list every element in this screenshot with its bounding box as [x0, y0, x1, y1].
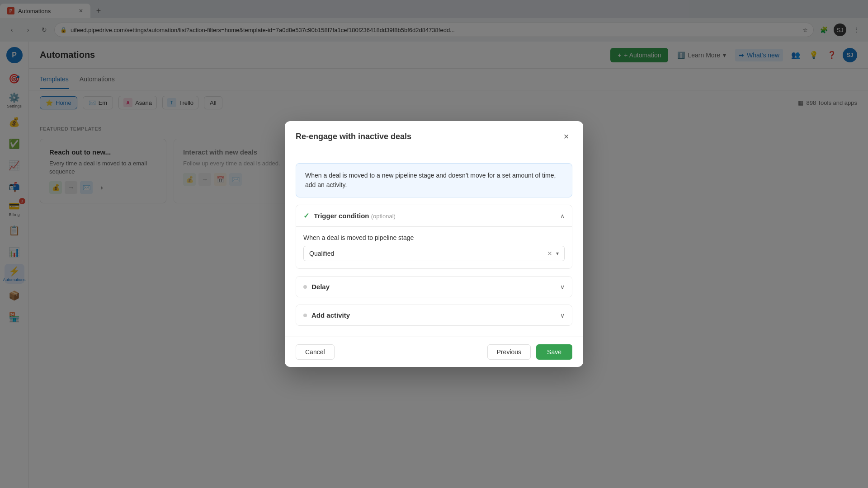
- add-activity-label: Add activity: [311, 311, 350, 319]
- modal-dialog: Re-engage with inactive deals ✕ When a d…: [285, 121, 583, 367]
- trigger-condition-header[interactable]: ✓ Trigger condition (optional) ∧: [296, 205, 572, 226]
- condition-label: When a deal is moved to pipeline stage: [303, 234, 565, 241]
- select-chevron-icon: ▾: [556, 250, 559, 257]
- modal-footer-right: Previous Save: [487, 344, 572, 360]
- activity-chevron-icon: ∨: [560, 312, 565, 319]
- delay-header[interactable]: Delay ∨: [296, 277, 572, 297]
- delay-label: Delay: [311, 283, 330, 291]
- trigger-check-icon: ✓: [303, 211, 309, 220]
- pipeline-stage-select[interactable]: Qualified ✕ ▾: [303, 246, 565, 261]
- selected-stage: Qualified: [309, 250, 547, 257]
- modal-header: Re-engage with inactive deals ✕: [285, 121, 583, 152]
- modal-overlay: Re-engage with inactive deals ✕ When a d…: [0, 0, 868, 488]
- delay-chevron-icon: ∨: [560, 283, 565, 291]
- clear-select-icon[interactable]: ✕: [547, 250, 552, 257]
- trigger-body: When a deal is moved to pipeline stage Q…: [296, 226, 572, 268]
- cancel-button[interactable]: Cancel: [296, 344, 335, 360]
- trigger-condition-section: ✓ Trigger condition (optional) ∧ When a …: [296, 205, 572, 269]
- modal-description: When a deal is moved to a new pipeline s…: [296, 163, 572, 197]
- save-button[interactable]: Save: [536, 344, 572, 360]
- add-activity-header[interactable]: Add activity ∨: [296, 305, 572, 325]
- modal-close-button[interactable]: ✕: [560, 130, 572, 143]
- trigger-label: Trigger condition (optional): [314, 212, 396, 220]
- trigger-header-left: ✓ Trigger condition (optional): [303, 211, 396, 220]
- previous-button[interactable]: Previous: [487, 344, 531, 360]
- delay-dot-icon: [303, 285, 307, 289]
- modal-body: When a deal is moved to a new pipeline s…: [285, 152, 583, 337]
- activity-dot-icon: [303, 314, 307, 317]
- delay-section: Delay ∨: [296, 276, 572, 297]
- trigger-chevron-icon: ∧: [560, 212, 565, 220]
- modal-footer: Cancel Previous Save: [285, 337, 583, 367]
- modal-title: Re-engage with inactive deals: [296, 132, 411, 141]
- trigger-optional: (optional): [371, 213, 396, 220]
- delay-header-left: Delay: [303, 283, 330, 291]
- activity-header-left: Add activity: [303, 311, 350, 319]
- add-activity-section: Add activity ∨: [296, 305, 572, 326]
